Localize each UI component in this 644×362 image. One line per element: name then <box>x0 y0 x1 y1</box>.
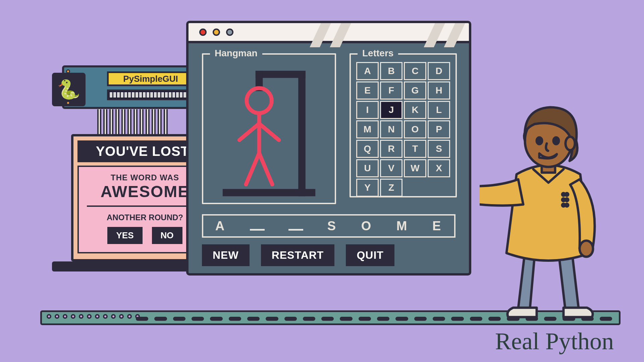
letter-b[interactable]: B <box>380 62 402 80</box>
letter-grid: ABCDEFGHIJKLMNOPQRTSUVWXYZ <box>356 62 450 197</box>
letter-w[interactable]: W <box>404 159 426 177</box>
window-titlebar <box>189 23 469 43</box>
svg-point-22 <box>566 137 575 150</box>
letter-g[interactable]: G <box>404 81 426 100</box>
brand-logo: Real Python <box>495 327 614 355</box>
letter-u[interactable]: U <box>356 159 379 177</box>
letter-p[interactable]: P <box>428 120 450 138</box>
letter-i[interactable]: I <box>356 101 379 119</box>
letter-a[interactable]: A <box>356 62 379 80</box>
library-chip: 🐍 PySimpleGUI <box>62 65 203 109</box>
letter-y[interactable]: Y <box>356 179 379 197</box>
svg-point-20 <box>537 137 542 144</box>
hangman-panel: Hangman <box>202 53 336 204</box>
word-slot: E <box>432 219 442 233</box>
word-slot: S <box>327 219 337 233</box>
svg-line-9 <box>259 153 272 184</box>
letters-legend: Letters <box>358 48 398 59</box>
new-button[interactable]: NEW <box>202 244 250 266</box>
minimize-icon[interactable] <box>213 28 220 36</box>
close-icon[interactable] <box>199 28 207 36</box>
svg-point-11 <box>580 241 593 257</box>
svg-line-8 <box>246 153 259 184</box>
maximize-icon[interactable] <box>226 28 233 36</box>
letter-t[interactable]: T <box>404 140 426 158</box>
svg-point-21 <box>553 137 559 144</box>
word-slot: A <box>215 219 226 233</box>
svg-point-13 <box>566 193 568 196</box>
letter-k[interactable]: K <box>404 101 426 119</box>
person-illustration <box>480 104 621 322</box>
svg-point-17 <box>566 204 568 206</box>
yes-button[interactable]: YES <box>107 227 142 244</box>
hangman-figure-icon <box>203 55 335 202</box>
word-slot <box>288 229 303 231</box>
letter-m[interactable]: M <box>356 120 379 138</box>
library-label: PySimpleGUI <box>107 71 194 86</box>
letter-r[interactable]: R <box>380 140 402 158</box>
progress-bar <box>107 89 194 100</box>
letter-e[interactable]: E <box>356 81 379 100</box>
divider <box>87 205 203 207</box>
word-slot <box>250 229 265 231</box>
letter-f[interactable]: F <box>380 81 402 100</box>
letter-q[interactable]: Q <box>356 140 379 158</box>
restart-button[interactable]: RESTART <box>261 244 335 266</box>
no-button[interactable]: NO <box>152 227 182 244</box>
word-slot: O <box>361 219 373 233</box>
letter-j[interactable]: J <box>380 101 402 119</box>
letter-n[interactable]: N <box>380 120 402 138</box>
letter-v[interactable]: V <box>380 159 402 177</box>
letter-o[interactable]: O <box>404 120 426 138</box>
letter-d[interactable]: D <box>428 62 450 80</box>
svg-line-6 <box>239 124 259 140</box>
letter-x[interactable]: X <box>428 159 450 177</box>
letters-panel: Letters ABCDEFGHIJKLMNOPQRTSUVWXYZ <box>350 53 457 197</box>
app-window: Hangman Letters A <box>186 21 471 276</box>
svg-point-4 <box>247 88 271 113</box>
letter-s[interactable]: S <box>428 140 450 158</box>
letter-h[interactable]: H <box>428 81 450 100</box>
svg-line-7 <box>259 124 279 140</box>
word-slot: M <box>396 219 409 233</box>
guess-word-bar: ASOME <box>202 214 455 238</box>
quit-button[interactable]: QUIT <box>346 244 394 266</box>
svg-point-15 <box>566 198 568 201</box>
letter-z[interactable]: Z <box>380 179 402 197</box>
ribbon-cable <box>97 109 168 136</box>
letter-l[interactable]: L <box>428 101 450 119</box>
letter-c[interactable]: C <box>404 62 426 80</box>
